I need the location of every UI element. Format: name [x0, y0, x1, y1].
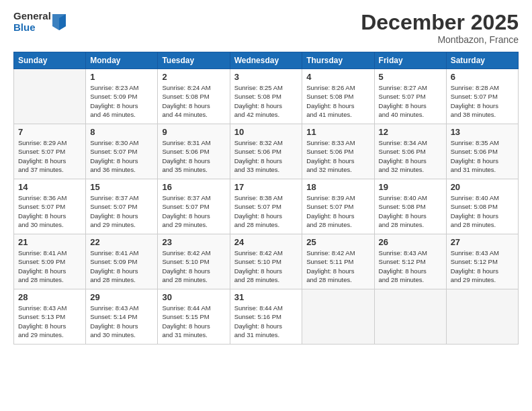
logo-icon	[52, 14, 66, 30]
day-number: 4	[306, 72, 369, 82]
day-info: Sunrise: 8:43 AMSunset: 5:12 PMDaylight:…	[451, 248, 514, 284]
day-number: 6	[451, 72, 514, 82]
calendar-cell	[14, 69, 86, 124]
day-number: 10	[234, 127, 298, 137]
calendar-cell: 20Sunrise: 8:40 AMSunset: 5:08 PMDayligh…	[446, 179, 518, 234]
month-title: December 2025	[361, 11, 519, 34]
calendar-cell: 26Sunrise: 8:43 AMSunset: 5:12 PMDayligh…	[374, 234, 446, 289]
logo-blue: Blue	[13, 22, 51, 34]
weekday-header-monday: Monday	[86, 52, 158, 69]
calendar-cell: 27Sunrise: 8:43 AMSunset: 5:12 PMDayligh…	[446, 234, 518, 289]
calendar-cell: 21Sunrise: 8:41 AMSunset: 5:09 PMDayligh…	[14, 234, 86, 289]
logo: General Blue	[13, 11, 66, 33]
day-number: 31	[234, 292, 298, 302]
day-number: 19	[379, 182, 442, 192]
day-info: Sunrise: 8:41 AMSunset: 5:09 PMDaylight:…	[90, 248, 153, 284]
calendar-cell: 31Sunrise: 8:44 AMSunset: 5:16 PMDayligh…	[230, 289, 302, 345]
day-info: Sunrise: 8:41 AMSunset: 5:09 PMDaylight:…	[18, 248, 81, 284]
day-number: 12	[379, 127, 442, 137]
calendar-cell: 7Sunrise: 8:29 AMSunset: 5:07 PMDaylight…	[14, 124, 86, 179]
weekday-header-wednesday: Wednesday	[230, 52, 302, 69]
day-info: Sunrise: 8:27 AMSunset: 5:07 PMDaylight:…	[379, 83, 442, 119]
day-info: Sunrise: 8:44 AMSunset: 5:16 PMDaylight:…	[234, 304, 298, 339]
day-info: Sunrise: 8:26 AMSunset: 5:08 PMDaylight:…	[306, 83, 369, 119]
day-info: Sunrise: 8:42 AMSunset: 5:10 PMDaylight:…	[162, 248, 225, 284]
calendar-cell: 17Sunrise: 8:38 AMSunset: 5:07 PMDayligh…	[230, 179, 302, 234]
day-info: Sunrise: 8:23 AMSunset: 5:09 PMDaylight:…	[90, 83, 153, 119]
day-info: Sunrise: 8:43 AMSunset: 5:13 PMDaylight:…	[18, 304, 81, 339]
calendar-cell: 30Sunrise: 8:44 AMSunset: 5:15 PMDayligh…	[158, 289, 230, 345]
calendar-cell: 3Sunrise: 8:25 AMSunset: 5:08 PMDaylight…	[230, 69, 302, 124]
day-number: 14	[18, 182, 81, 192]
calendar-cell: 4Sunrise: 8:26 AMSunset: 5:08 PMDaylight…	[302, 69, 374, 124]
day-info: Sunrise: 8:36 AMSunset: 5:07 PMDaylight:…	[18, 193, 81, 229]
day-number: 15	[90, 182, 153, 192]
calendar-cell: 16Sunrise: 8:37 AMSunset: 5:07 PMDayligh…	[158, 179, 230, 234]
weekday-header-row: SundayMondayTuesdayWednesdayThursdayFrid…	[14, 52, 519, 69]
day-info: Sunrise: 8:25 AMSunset: 5:08 PMDaylight:…	[234, 83, 298, 119]
calendar-cell: 18Sunrise: 8:39 AMSunset: 5:07 PMDayligh…	[302, 179, 374, 234]
calendar-cell: 11Sunrise: 8:33 AMSunset: 5:06 PMDayligh…	[302, 124, 374, 179]
day-number: 23	[162, 237, 225, 247]
calendar-cell	[374, 289, 446, 345]
day-info: Sunrise: 8:40 AMSunset: 5:08 PMDaylight:…	[379, 193, 442, 229]
day-info: Sunrise: 8:31 AMSunset: 5:06 PMDaylight:…	[162, 138, 225, 174]
day-info: Sunrise: 8:43 AMSunset: 5:14 PMDaylight:…	[90, 304, 153, 339]
day-info: Sunrise: 8:35 AMSunset: 5:06 PMDaylight:…	[451, 138, 514, 174]
day-number: 8	[90, 127, 153, 137]
calendar-cell: 28Sunrise: 8:43 AMSunset: 5:13 PMDayligh…	[14, 289, 86, 345]
day-info: Sunrise: 8:40 AMSunset: 5:08 PMDaylight:…	[451, 193, 514, 229]
calendar-cell: 2Sunrise: 8:24 AMSunset: 5:08 PMDaylight…	[158, 69, 230, 124]
calendar-cell: 10Sunrise: 8:32 AMSunset: 5:06 PMDayligh…	[230, 124, 302, 179]
day-info: Sunrise: 8:38 AMSunset: 5:07 PMDaylight:…	[234, 193, 298, 229]
logo-general: General	[13, 11, 51, 22]
weekday-header-saturday: Saturday	[446, 52, 518, 69]
day-number: 21	[18, 237, 81, 247]
calendar-week-4: 28Sunrise: 8:43 AMSunset: 5:13 PMDayligh…	[14, 289, 519, 345]
calendar-cell: 29Sunrise: 8:43 AMSunset: 5:14 PMDayligh…	[86, 289, 158, 345]
title-block: December 2025 Montbazon, France	[361, 11, 519, 45]
day-number: 22	[90, 237, 153, 247]
day-number: 29	[90, 292, 153, 302]
weekday-header-tuesday: Tuesday	[158, 52, 230, 69]
day-info: Sunrise: 8:32 AMSunset: 5:06 PMDaylight:…	[234, 138, 298, 174]
calendar-week-1: 7Sunrise: 8:29 AMSunset: 5:07 PMDaylight…	[14, 124, 519, 179]
day-info: Sunrise: 8:37 AMSunset: 5:07 PMDaylight:…	[162, 193, 225, 229]
day-number: 27	[451, 237, 514, 247]
day-number: 17	[234, 182, 298, 192]
day-number: 13	[451, 127, 514, 137]
day-number: 7	[18, 127, 81, 137]
day-info: Sunrise: 8:30 AMSunset: 5:07 PMDaylight:…	[90, 138, 153, 174]
calendar-week-3: 21Sunrise: 8:41 AMSunset: 5:09 PMDayligh…	[14, 234, 519, 289]
day-info: Sunrise: 8:34 AMSunset: 5:06 PMDaylight:…	[379, 138, 442, 174]
weekday-header-friday: Friday	[374, 52, 446, 69]
calendar-cell: 22Sunrise: 8:41 AMSunset: 5:09 PMDayligh…	[86, 234, 158, 289]
calendar-cell: 6Sunrise: 8:28 AMSunset: 5:07 PMDaylight…	[446, 69, 518, 124]
calendar-cell	[302, 289, 374, 345]
calendar-cell: 1Sunrise: 8:23 AMSunset: 5:09 PMDaylight…	[86, 69, 158, 124]
calendar-table: SundayMondayTuesdayWednesdayThursdayFrid…	[13, 52, 519, 345]
calendar-body: 1Sunrise: 8:23 AMSunset: 5:09 PMDaylight…	[14, 69, 519, 345]
day-number: 16	[162, 182, 225, 192]
day-number: 25	[306, 237, 369, 247]
day-number: 3	[234, 72, 298, 82]
calendar-cell: 5Sunrise: 8:27 AMSunset: 5:07 PMDaylight…	[374, 69, 446, 124]
calendar-cell: 8Sunrise: 8:30 AMSunset: 5:07 PMDaylight…	[86, 124, 158, 179]
header: General Blue December 2025 Montbazon, Fr…	[13, 11, 519, 45]
day-number: 2	[162, 72, 225, 82]
day-info: Sunrise: 8:42 AMSunset: 5:11 PMDaylight:…	[306, 248, 369, 284]
day-number: 20	[451, 182, 514, 192]
day-info: Sunrise: 8:42 AMSunset: 5:10 PMDaylight:…	[234, 248, 298, 284]
calendar-cell: 13Sunrise: 8:35 AMSunset: 5:06 PMDayligh…	[446, 124, 518, 179]
calendar-cell: 25Sunrise: 8:42 AMSunset: 5:11 PMDayligh…	[302, 234, 374, 289]
calendar-cell: 24Sunrise: 8:42 AMSunset: 5:10 PMDayligh…	[230, 234, 302, 289]
day-info: Sunrise: 8:43 AMSunset: 5:12 PMDaylight:…	[379, 248, 442, 284]
calendar-cell: 23Sunrise: 8:42 AMSunset: 5:10 PMDayligh…	[158, 234, 230, 289]
day-number: 30	[162, 292, 225, 302]
calendar-cell: 14Sunrise: 8:36 AMSunset: 5:07 PMDayligh…	[14, 179, 86, 234]
calendar-cell: 12Sunrise: 8:34 AMSunset: 5:06 PMDayligh…	[374, 124, 446, 179]
day-number: 9	[162, 127, 225, 137]
calendar-cell: 19Sunrise: 8:40 AMSunset: 5:08 PMDayligh…	[374, 179, 446, 234]
day-info: Sunrise: 8:37 AMSunset: 5:07 PMDaylight:…	[90, 193, 153, 229]
weekday-header-thursday: Thursday	[302, 52, 374, 69]
